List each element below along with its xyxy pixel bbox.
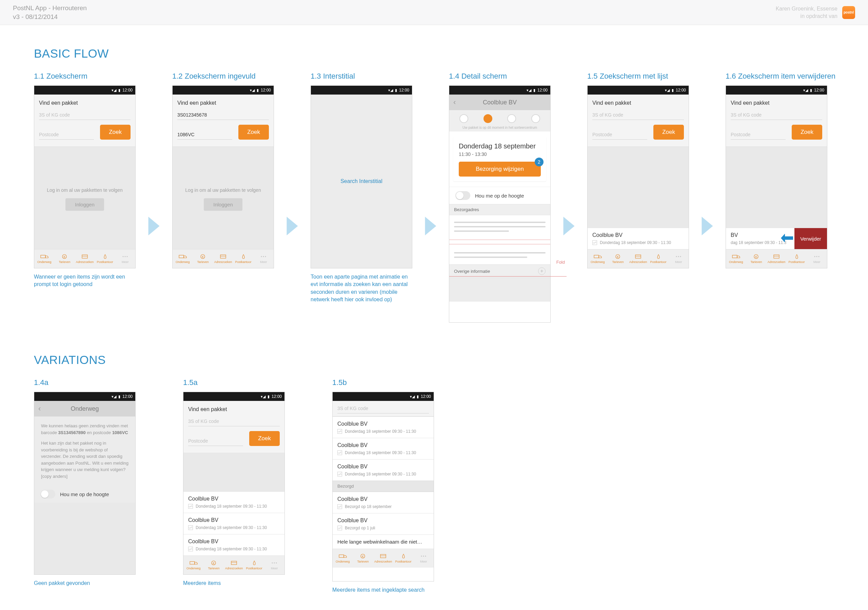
code-input[interactable] <box>592 110 684 120</box>
svg-text:€: € <box>362 555 364 558</box>
list-item[interactable]: Coolblue BVDonderdag 18 september 09:30 … <box>333 438 434 459</box>
code-input[interactable] <box>177 110 269 120</box>
step-3 <box>507 114 516 123</box>
postcode-input[interactable] <box>39 130 94 139</box>
tab-tarieven[interactable]: €Tarieven <box>54 249 75 268</box>
frame-12-title: 1.2 Zoekscherm ingevuld <box>172 72 274 81</box>
arrow-icon <box>700 215 715 235</box>
frame-15a: ▾◢▮12:00 Vind een pakket Zoek Coolblue B… <box>183 392 285 575</box>
error-line2: Het kan zijn dat het pakket nog in voorb… <box>41 440 129 480</box>
fold-label: Fold <box>556 260 565 265</box>
svg-rect-11 <box>220 255 226 258</box>
address-header: Bezorgadres <box>449 204 550 215</box>
frame-13-caption: Toon een aparte pagina met animatie en e… <box>311 273 412 303</box>
list-item[interactable]: Coolblue BVDonderdag 18 september 09:30 … <box>333 416 434 438</box>
svg-point-45 <box>421 556 422 557</box>
notify-toggle[interactable] <box>456 191 470 200</box>
search-heading: Vind een pakket <box>39 100 130 106</box>
frame-15a-title: 1.5a <box>183 378 285 387</box>
swipe-arrow-icon <box>781 234 793 244</box>
credit-for: in opdracht van <box>776 12 837 20</box>
svg-point-22 <box>678 256 679 257</box>
frame-16-title: 1.6 Zoekscherm item verwijderen <box>725 72 835 81</box>
change-delivery-button[interactable]: Bezorging wijzigen 2 <box>459 162 541 176</box>
tab-adreszoeken[interactable]: Adreszoeken <box>74 249 95 268</box>
other-info-header[interactable]: Overige informatie + <box>449 264 550 278</box>
tab-meer[interactable]: Meer <box>115 249 135 268</box>
svg-point-21 <box>676 256 677 257</box>
frame-11: ▾◢▮12:00 Vind een pakket Zoek Log in om … <box>34 85 136 268</box>
svg-point-29 <box>814 256 815 257</box>
list-item[interactable]: Coolblue BVBezorgd op 1 juli <box>333 513 434 534</box>
login-button[interactable]: Inloggen <box>65 198 104 211</box>
svg-rect-27 <box>774 255 779 258</box>
package-icon <box>592 240 597 245</box>
search-button[interactable]: Zoek <box>653 125 684 139</box>
step-2-active <box>484 114 492 123</box>
svg-rect-32 <box>190 562 195 564</box>
svg-point-6 <box>125 256 126 257</box>
svg-point-7 <box>127 256 128 257</box>
frame-13: ▾◢▮12:00 Search Interstitial <box>311 85 412 268</box>
delete-button[interactable]: Verwijder <box>794 228 827 249</box>
svg-text:€: € <box>617 255 619 259</box>
frame-15b: ▾◢▮12:00 Coolblue BVDonderdag 18 septemb… <box>332 392 434 582</box>
svg-point-39 <box>276 562 277 564</box>
code-input[interactable] <box>731 110 822 120</box>
svg-point-30 <box>817 256 817 257</box>
notify-toggle[interactable] <box>40 490 55 499</box>
svg-point-23 <box>680 256 681 257</box>
nav-title: Coolblue BV <box>483 99 517 106</box>
frame-16: ▾◢▮12:00 Vind een pakket Zoek BV dag 18 … <box>725 85 827 268</box>
list-item[interactable]: Coolblue BVDonderdag 18 september 09:30 … <box>333 459 434 480</box>
code-input[interactable] <box>337 404 429 413</box>
frame-14a: ▾◢▮12:00 ‹ Onderweg We kunnen helaas gee… <box>34 392 136 575</box>
nav-bar: ‹ Coolblue BV <box>449 94 550 110</box>
svg-rect-24 <box>732 255 737 258</box>
notify-label: Hou me op de hoogte <box>60 491 109 497</box>
list-item[interactable]: Coolblue BVDonderdag 18 september 09:30 … <box>183 491 284 513</box>
search-button[interactable]: Zoek <box>792 125 822 139</box>
step-4 <box>531 114 540 123</box>
back-icon[interactable]: ‹ <box>38 404 41 413</box>
list-item[interactable]: Coolblue BVDonderdag 18 september 09:30 … <box>183 534 284 556</box>
svg-point-38 <box>274 562 275 564</box>
status-time: 12:00 <box>122 88 133 93</box>
back-icon[interactable]: ‹ <box>453 98 456 107</box>
tab-onderweg[interactable]: Onderweg <box>34 249 54 268</box>
doc-title: PostNL App - Herrouteren <box>13 4 87 12</box>
svg-rect-3 <box>82 255 87 258</box>
login-button[interactable]: Inloggen <box>204 198 242 211</box>
arrow-icon <box>561 215 577 235</box>
arrow-icon <box>146 215 161 235</box>
frame-14-title: 1.4 Detail scherm <box>449 72 551 81</box>
search-button[interactable]: Zoek <box>100 125 130 139</box>
list-item-swiped[interactable]: BV dag 18 september 09:30 - 11:3 Verwijd… <box>726 228 827 249</box>
svg-rect-8 <box>179 255 184 258</box>
tab-postkantoor[interactable]: Postkantoor <box>95 249 115 268</box>
delivered-header: Bezorgd <box>333 480 434 492</box>
postcode-input[interactable] <box>177 130 232 139</box>
postcode-input[interactable] <box>731 130 786 139</box>
list-item[interactable]: Coolblue BVDonderdag 18 september 09:30 … <box>183 513 284 534</box>
frame-13-title: 1.3 Interstitial <box>311 72 412 81</box>
list-item-long[interactable]: Hele lange webwinkelnaam die niet… <box>333 534 434 549</box>
svg-rect-0 <box>41 255 45 258</box>
postcode-input[interactable] <box>188 436 243 446</box>
expand-icon[interactable]: + <box>538 267 546 275</box>
svg-point-46 <box>423 556 424 557</box>
section-basic-flow: BASIC FLOW <box>34 47 841 60</box>
svg-text:€: € <box>213 562 215 565</box>
postcode-input[interactable] <box>592 130 647 139</box>
list-item[interactable]: Coolblue BV Donderdag 18 september 09:30… <box>587 228 689 249</box>
postnl-logo: postnl <box>842 6 855 19</box>
frame-14a-caption: Geen pakket gevonden <box>34 579 136 587</box>
search-button[interactable]: Zoek <box>239 125 269 139</box>
list-item[interactable]: Coolblue BVBezorgd op 18 september <box>333 492 434 513</box>
search-button[interactable]: Zoek <box>249 431 280 446</box>
code-input[interactable] <box>188 416 280 426</box>
doc-version: v3 - 08/12/2014 <box>13 12 87 21</box>
code-input[interactable] <box>39 110 130 120</box>
frame-15b-caption: Meerdere items met ingeklapte search <box>332 586 434 594</box>
svg-rect-35 <box>231 561 237 565</box>
